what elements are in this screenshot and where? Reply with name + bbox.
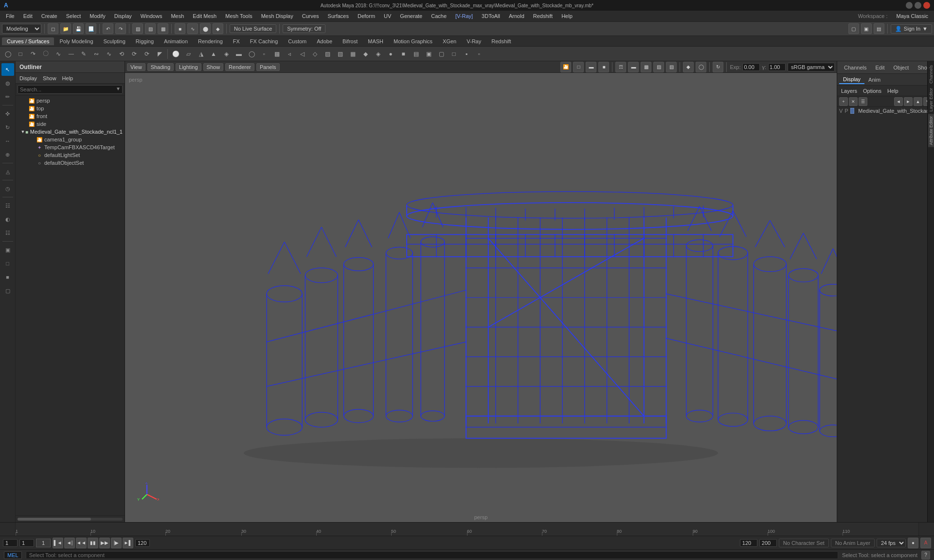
vp-panels-menu[interactable]: Panels: [256, 63, 280, 71]
vp-isolate-btn[interactable]: ◆: [683, 62, 694, 72]
menu-arnold[interactable]: Arnold: [505, 12, 528, 20]
vp-exposure-input[interactable]: [742, 63, 760, 71]
snap-to-curve-button[interactable]: ∿: [187, 23, 198, 34]
save-as-button[interactable]: 📃: [86, 23, 96, 34]
mel-python-toggle[interactable]: MEL: [4, 551, 22, 559]
mode-select[interactable]: Modeling Rigging Animation FX Rendering …: [2, 24, 41, 34]
menu-surfaces[interactable]: Surfaces: [324, 12, 353, 20]
surface-tool10[interactable]: ◁: [296, 48, 308, 60]
vp-shading-menu[interactable]: Shading: [147, 63, 174, 71]
menu-help[interactable]: Help: [557, 12, 576, 20]
vp-safe-action-btn[interactable]: ▧: [666, 62, 677, 72]
sign-in-button[interactable]: 👤 Sign In ▼: [891, 24, 932, 34]
vp-tumble-btn[interactable]: ↻: [713, 62, 723, 72]
menu-redshift[interactable]: Redshift: [529, 12, 557, 20]
circle-icon[interactable]: ◯: [2, 48, 14, 60]
range-end-input[interactable]: [759, 539, 777, 547]
surface-tool23[interactable]: ▪: [461, 48, 472, 60]
tab-fx[interactable]: FX: [228, 37, 245, 45]
menu-create[interactable]: Create: [37, 12, 61, 20]
tree-item-default-object-set[interactable]: ○ defaultObjectSet: [16, 159, 125, 167]
step-back-btn[interactable]: ◄|: [64, 538, 75, 548]
options-menu[interactable]: Options: [861, 88, 883, 94]
tree-item-default-light-set[interactable]: ○ defaultLightSet: [16, 151, 125, 159]
outliner-menu-help[interactable]: Help: [60, 75, 75, 82]
surface-tool15[interactable]: ◆: [359, 48, 371, 60]
curve-ep-icon[interactable]: ∿: [53, 48, 64, 60]
current-frame-input[interactable]: [19, 539, 34, 547]
torus-icon[interactable]: ◈: [220, 48, 232, 60]
tree-item-side[interactable]: 🎦 side: [16, 120, 125, 128]
symmetry-off-button[interactable]: Symmetry: Off: [283, 24, 325, 33]
menu-display[interactable]: Display: [110, 12, 136, 20]
layout-button-3[interactable]: ▤: [874, 23, 884, 34]
menu-deform[interactable]: Deform: [354, 12, 379, 20]
menu-generate[interactable]: Generate: [396, 12, 426, 20]
tab-bifrost[interactable]: Bifrost: [338, 37, 362, 45]
workspace-value[interactable]: Maya Classic: [893, 12, 932, 20]
minimize-button[interactable]: [906, 2, 913, 9]
layer-fwd-btn[interactable]: ►: [904, 97, 913, 106]
tree-item-top[interactable]: 🎦 top: [16, 105, 125, 112]
curve-tool9[interactable]: ⟲: [116, 48, 127, 60]
menu-windows[interactable]: Windows: [137, 12, 166, 20]
surface-tool17[interactable]: ●: [385, 48, 396, 60]
layer-options-btn[interactable]: ☰: [859, 97, 867, 106]
tab-custom[interactable]: Custom: [283, 37, 311, 45]
select-by-component-button[interactable]: ▩: [158, 23, 168, 34]
layers-menu[interactable]: Layers: [839, 88, 859, 94]
side-tab-attr[interactable]: Attribute Editor: [928, 114, 934, 147]
open-scene-button[interactable]: 📁: [60, 23, 71, 34]
tree-item-tempcam[interactable]: ✦ TempCamFBXASCD46Target: [16, 143, 125, 151]
vp-camera-icon[interactable]: 🎦: [560, 62, 571, 72]
menu-mesh-tools[interactable]: Mesh Tools: [221, 12, 256, 20]
surface-tool7[interactable]: ▫: [258, 48, 270, 60]
bridge-button[interactable]: ■: [1, 271, 14, 283]
play-fwd-btn[interactable]: ▶▶: [99, 538, 110, 548]
plane-icon[interactable]: ▬: [233, 48, 245, 60]
new-scene-button[interactable]: ◻: [48, 23, 58, 34]
scale-tool-button[interactable]: ↔: [1, 135, 14, 147]
paint-tool-button[interactable]: ✏: [1, 90, 14, 103]
menu-uv[interactable]: UV: [380, 12, 395, 20]
menu-3dtoall[interactable]: 3DToAll: [478, 12, 504, 20]
outliner-hscrollbar[interactable]: [18, 518, 123, 521]
vp-grid-btn[interactable]: ☶: [615, 62, 626, 72]
surface-tool22[interactable]: □: [448, 48, 460, 60]
new-layer-btn[interactable]: +: [839, 97, 848, 106]
snap-to-surface-button[interactable]: ◆: [213, 23, 223, 34]
surface-tool13[interactable]: ▧: [334, 48, 346, 60]
tree-item-front[interactable]: 🎦 front: [16, 112, 125, 120]
vp-renderer-menu[interactable]: Renderer: [225, 63, 254, 71]
select-by-hierarchy-button[interactable]: ▧: [132, 23, 143, 34]
auto-key-btn[interactable]: A: [920, 538, 931, 548]
side-tab-channels[interactable]: Channels: [928, 63, 934, 86]
menu-file[interactable]: File: [2, 12, 18, 20]
tab-mash[interactable]: MASH: [363, 37, 388, 45]
layer-up-btn[interactable]: ▲: [914, 97, 922, 106]
snap-to-grid-button[interactable]: ■: [175, 23, 185, 34]
layer-playback-p[interactable]: P: [844, 108, 848, 114]
menu-vray[interactable]: [V-Ray]: [451, 12, 477, 20]
vp-show-menu[interactable]: Show: [203, 63, 224, 71]
pencil-icon[interactable]: ✎: [78, 48, 90, 60]
surface-tool24[interactable]: ▫: [473, 48, 485, 60]
tree-item-camera-group[interactable]: 🎦 camera1_group: [16, 136, 125, 143]
vp-bounding-btn[interactable]: ■: [598, 62, 609, 72]
maximize-button[interactable]: [915, 2, 921, 9]
tab-poly-modeling[interactable]: Poly Modeling: [54, 37, 98, 45]
bezier-icon[interactable]: ⸻: [65, 48, 77, 60]
curve-cv-icon[interactable]: 〇: [40, 48, 52, 60]
tab-motion-graphics[interactable]: Motion Graphics: [389, 37, 437, 45]
no-anim-layer[interactable]: No Anim Layer: [831, 539, 875, 547]
vp-smooth-btn[interactable]: ▬: [586, 62, 596, 72]
vp-filmgate-btn[interactable]: ▩: [641, 62, 651, 72]
stop-btn[interactable]: ▮▮: [88, 538, 98, 548]
fps-select[interactable]: 24 fps 30 fps 60 fps: [877, 539, 906, 547]
surface-tool11[interactable]: ◇: [309, 48, 321, 60]
tab-curves-surfaces[interactable]: Curves / Surfaces: [2, 37, 54, 45]
timeline-area[interactable]: 1 10 20 30 40 50 60 70 80 90 100 110 120: [0, 522, 934, 536]
play-back-btn[interactable]: ◄◄: [76, 538, 87, 548]
object-tab[interactable]: Object: [889, 64, 913, 71]
layer-item-medieval[interactable]: V P Medieval_Gate_with_Stockade: [837, 107, 934, 115]
